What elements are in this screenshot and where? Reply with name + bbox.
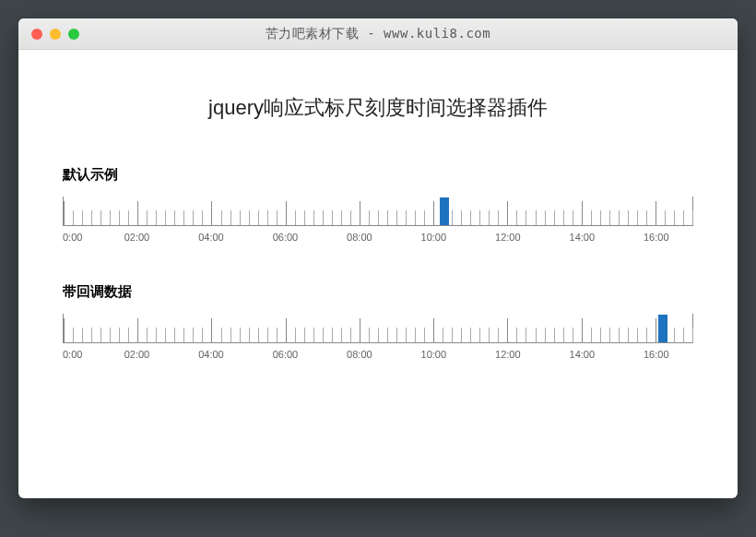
ruler-tick: [479, 210, 480, 225]
ruler-tick: [452, 328, 453, 342]
time-handle[interactable]: [658, 315, 667, 342]
ruler-tick: [656, 201, 656, 225]
ruler-tick: [609, 328, 610, 342]
ruler-tick: [100, 210, 101, 225]
ruler-tick: [563, 328, 564, 342]
ruler-tick: [193, 328, 194, 342]
titlebar: 苦力吧素材下载 - www.kuli8.com: [18, 18, 738, 50]
ruler-tick: [554, 328, 555, 342]
maximize-icon[interactable]: [68, 29, 79, 40]
ruler-tick: [64, 201, 65, 225]
ruler-tick: [516, 210, 517, 225]
ruler-tick: [378, 210, 379, 225]
ruler-label: 0:00: [63, 349, 82, 360]
ruler-label: 16:00: [644, 232, 669, 243]
section-title: 带回调数据: [63, 283, 693, 301]
ruler-tick: [137, 201, 138, 225]
ruler-tick: [628, 210, 629, 225]
ruler-tick: [646, 328, 647, 342]
ruler-tick: [240, 328, 241, 342]
ruler-tick: [249, 210, 250, 225]
ruler-label: 14:00: [570, 349, 596, 360]
ruler-tick: [470, 328, 471, 342]
ruler-tick: [452, 210, 453, 225]
ruler-tick: [674, 328, 675, 342]
ruler-tick: [100, 328, 101, 342]
ruler-tick: [82, 210, 83, 225]
ruler-tick: [573, 210, 573, 225]
ruler-tick: [378, 328, 379, 342]
ruler-tick: [350, 210, 351, 225]
ruler-tick: [147, 328, 148, 342]
ruler-tick: [369, 210, 370, 225]
ruler-tick: [73, 328, 74, 342]
ruler-tick: [498, 210, 499, 225]
ruler-tick: [147, 210, 148, 225]
ruler-tick: [646, 210, 647, 225]
ruler-tick: [600, 328, 601, 342]
ruler-tick: [277, 210, 278, 225]
ruler-tick: [563, 210, 564, 225]
ruler-tick: [249, 328, 250, 342]
section-title: 默认示例: [63, 166, 693, 184]
ruler-label: 08:00: [347, 232, 372, 243]
ruler-tick: [692, 210, 693, 225]
ruler-tick: [415, 328, 416, 342]
ruler-tick: [137, 318, 138, 342]
ruler-tick: [211, 201, 212, 225]
ruler-tick: [600, 210, 601, 225]
ruler-tick: [119, 328, 120, 342]
ruler-tick: [286, 318, 287, 342]
ruler-tick: [369, 328, 370, 342]
ruler-label: 12:00: [495, 232, 521, 243]
ruler-tick: [128, 328, 129, 342]
ruler-tick: [119, 210, 120, 225]
ruler-tick: [545, 210, 546, 225]
window-controls: [18, 29, 79, 40]
ruler-tick: [341, 210, 342, 225]
time-ruler[interactable]: [63, 197, 693, 226]
window-title: 苦力吧素材下载 - www.kuli8.com: [18, 26, 738, 42]
ruler-tick: [433, 318, 434, 342]
ruler-tick: [360, 201, 360, 225]
ruler-tick: [286, 201, 287, 225]
ruler-label: 06:00: [273, 349, 299, 360]
ruler-tick: [267, 210, 268, 225]
ruler-label: 02:00: [124, 349, 150, 360]
ruler-tick: [267, 328, 268, 342]
ruler-tick: [619, 328, 620, 342]
ruler-tick: [396, 328, 397, 342]
ruler-tick: [295, 328, 296, 342]
ruler-tick: [304, 210, 305, 225]
ruler-tick: [156, 328, 157, 342]
ruler-tick: [165, 210, 166, 225]
ruler-tick: [323, 210, 324, 225]
ruler-tick: [304, 328, 305, 342]
ruler-tick: [258, 328, 259, 342]
ruler-tick: [183, 328, 184, 342]
ruler-tick: [183, 210, 184, 225]
close-icon[interactable]: [31, 29, 42, 40]
ruler-tick: [683, 210, 684, 225]
ruler-label: 08:00: [347, 349, 372, 360]
ruler-tick: [536, 210, 537, 225]
ruler-tick: [591, 328, 592, 342]
ruler-tick: [461, 328, 462, 342]
ruler-tick: [665, 210, 666, 225]
ruler-labels: 0:0002:0004:0006:0008:0010:0012:0014:001…: [63, 349, 693, 365]
time-ruler[interactable]: [63, 314, 693, 343]
ruler-tick: [202, 328, 203, 342]
time-handle[interactable]: [440, 197, 449, 225]
ruler-tick: [470, 210, 471, 225]
ruler-tick: [526, 210, 526, 225]
ruler-label: 06:00: [273, 232, 299, 243]
ruler-tick: [350, 328, 351, 342]
ruler-tick: [637, 210, 638, 225]
ruler-tick: [582, 201, 583, 225]
ruler-tick: [516, 328, 517, 342]
ruler-tick: [332, 328, 333, 342]
minimize-icon[interactable]: [50, 29, 61, 40]
ruler-tick: [156, 210, 157, 225]
ruler-tick: [323, 328, 324, 342]
ruler-tick: [202, 210, 203, 225]
